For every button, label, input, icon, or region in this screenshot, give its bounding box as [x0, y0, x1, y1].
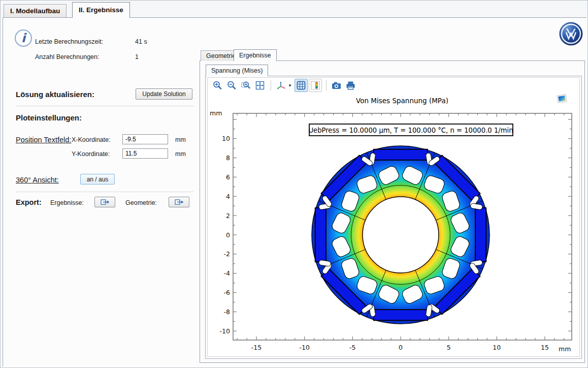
- svg-text:6: 6: [226, 173, 230, 181]
- x-coordinate-unit: mm: [175, 136, 186, 143]
- svg-text:5: 5: [447, 344, 451, 351]
- export-icon: [175, 199, 184, 205]
- magnet-slot: [374, 149, 428, 160]
- last-computation-value: 41 s: [135, 38, 147, 45]
- y-coordinate-unit: mm: [175, 150, 186, 158]
- svg-text:10: 10: [222, 135, 230, 142]
- zoom-out-button[interactable]: [225, 79, 238, 92]
- axis-orientation-button[interactable]: ▼: [274, 79, 293, 92]
- plot-title: Von Mises Spannung (MPa): [356, 97, 448, 105]
- y-coordinate-field[interactable]: [122, 148, 168, 159]
- svg-text:15: 15: [541, 344, 549, 351]
- axis-orientation-icon: [276, 80, 287, 90]
- divider: [16, 106, 193, 106]
- grid-toggle-button[interactable]: [295, 79, 308, 92]
- tab-ergebnisse[interactable]: II. Ergebnisse: [72, 2, 130, 18]
- divider: [16, 192, 193, 192]
- zoom-in-button[interactable]: [211, 79, 224, 92]
- update-solution-heading: Lösung aktualisieren:: [16, 90, 94, 99]
- magnet-slot: [315, 208, 326, 262]
- info-icon: i: [14, 28, 33, 48]
- tab-spannung-mises[interactable]: Spannung (Mises): [206, 65, 268, 76]
- tab-modellaufbau[interactable]: I. Modellaufbau: [4, 4, 67, 17]
- export-geometry-label: Geometrie:: [125, 199, 157, 206]
- svg-text:10: 10: [493, 344, 501, 351]
- x-axis-unit: mm: [559, 345, 571, 353]
- tab-ergebnisse-inner[interactable]: Ergebnisse: [234, 49, 277, 61]
- svg-text:-5: -5: [349, 344, 355, 351]
- vw-logo: [559, 22, 583, 46]
- plot-group-icon[interactable]: [557, 95, 567, 103]
- zoom-out-icon: [226, 80, 237, 90]
- textfield-position-label: Position Textfeld:: [16, 136, 71, 144]
- svg-text:0: 0: [226, 231, 230, 239]
- update-solution-button[interactable]: Update Solution: [136, 88, 192, 100]
- printer-icon: [345, 80, 356, 90]
- view-360-toggle-button[interactable]: an / aus: [80, 174, 115, 185]
- zoom-extents-button[interactable]: [253, 79, 267, 92]
- plot-canvas: Von Mises Spannung (MPa) -15-10-50510151…: [208, 93, 578, 355]
- last-computation-label: Letzte Berechnungszeit:: [35, 38, 103, 45]
- plot-settings-heading: Ploteinstellungen:: [16, 113, 82, 122]
- y-coordinate-label: Y-Koordinate:: [72, 150, 110, 158]
- computation-count-label: Anzahl Berechnungen:: [35, 53, 99, 60]
- grid-icon: [296, 80, 306, 90]
- annotation-text: UebPress = 10.0000 µm, T = 100.000 °C, n…: [308, 127, 513, 134]
- view-360-label: 360° Ansicht:: [16, 176, 59, 184]
- export-geometry-button[interactable]: [169, 197, 189, 207]
- svg-text:-4: -4: [224, 269, 231, 277]
- toolbar-separator: [326, 80, 326, 90]
- print-button[interactable]: [344, 79, 357, 92]
- zoom-in-icon: [212, 80, 222, 90]
- color-legend-icon: [310, 80, 320, 90]
- color-legend-button[interactable]: [309, 79, 322, 92]
- export-heading: Export:: [16, 198, 42, 206]
- svg-text:-8: -8: [224, 308, 231, 316]
- rotor-von-mises-plot: [312, 146, 489, 324]
- chevron-down-icon[interactable]: ▼: [288, 83, 292, 88]
- svg-text:4: 4: [226, 193, 230, 200]
- svg-text:0: 0: [399, 344, 403, 351]
- svg-text:-10: -10: [299, 344, 309, 351]
- svg-text:-15: -15: [251, 344, 262, 351]
- export-results-label: Ergebnisse:: [50, 199, 84, 206]
- camera-icon: [331, 80, 342, 90]
- zoom-box-button[interactable]: [239, 79, 252, 92]
- zoom-extents-icon: [255, 80, 265, 90]
- graphics-toolbar: ▼: [208, 78, 578, 93]
- snapshot-button[interactable]: [330, 79, 343, 92]
- svg-text:-10: -10: [220, 327, 230, 335]
- x-coordinate-label: X-Koordinate:: [72, 136, 110, 143]
- svg-text:-2: -2: [224, 250, 230, 258]
- export-icon: [101, 199, 110, 205]
- app-window: { "app_tabs": [ {"label": "I. Modellaufb…: [0, 0, 588, 368]
- computation-count-value: 1: [135, 53, 139, 60]
- zoom-box-icon: [241, 80, 251, 90]
- toolbar-separator: [271, 80, 271, 90]
- svg-text:8: 8: [226, 154, 230, 162]
- magnet-slot: [475, 208, 486, 262]
- svg-text:2: 2: [226, 212, 230, 220]
- svg-text:-6: -6: [224, 289, 231, 296]
- magnet-slot: [374, 310, 428, 320]
- x-coordinate-field[interactable]: [122, 134, 168, 144]
- export-results-button[interactable]: [94, 197, 115, 207]
- y-axis-unit: mm: [210, 109, 222, 117]
